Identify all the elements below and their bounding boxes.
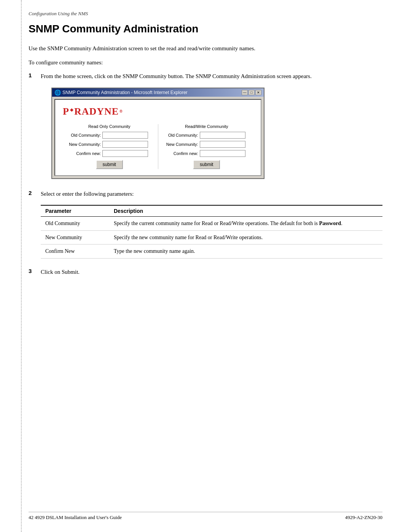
password-bold: Password — [319, 220, 341, 226]
page-footer: 42 4929 DSLAM Installation and User's Gu… — [29, 512, 382, 521]
read-write-new-input[interactable] — [200, 141, 245, 148]
read-write-old-community-row: Old Community: — [164, 132, 250, 139]
step-1-number: 1 — [29, 72, 36, 81]
read-write-confirm-input[interactable] — [200, 150, 245, 157]
read-only-submit-button[interactable]: submit — [96, 160, 123, 169]
page-title: SNMP Community Administration — [29, 23, 382, 35]
read-write-submit-row: submit — [164, 160, 250, 169]
form-divider — [158, 124, 158, 169]
read-only-confirm-label: Confirm new: — [67, 151, 101, 156]
read-write-new-community-row: New Community: — [164, 141, 250, 148]
browser-content: P ◆ RADYNE ® Read Only Community Old Com… — [54, 99, 261, 176]
read-only-old-label: Old Community: — [67, 133, 101, 137]
read-only-title: Read Only Community — [67, 124, 152, 129]
intro-para1: Use the SNMP Community Administration sc… — [29, 44, 382, 53]
step-3-text: Click on Submit. — [41, 268, 382, 276]
read-only-new-input[interactable] — [102, 141, 148, 148]
col-param-header: Parameter — [41, 205, 109, 217]
page-container: Configuration Using the NMS SNMP Communi… — [0, 0, 411, 532]
minimize-button[interactable]: — — [242, 90, 248, 95]
read-only-new-label: New Community: — [67, 142, 101, 147]
intro-para2: To configure community names: — [29, 58, 382, 67]
step-2-number: 2 — [29, 190, 36, 198]
close-button[interactable]: ✕ — [255, 90, 261, 95]
read-write-title: Read/Write Community — [164, 124, 250, 129]
col-desc-header: Description — [109, 205, 382, 217]
table-row: New Community Specify the new community … — [41, 230, 382, 244]
params-table: Parameter Description Old Community Spec… — [41, 205, 382, 259]
step-1-text: From the home screen, click on the SNMP … — [41, 72, 382, 81]
param-confirm-new: Confirm New — [41, 244, 109, 259]
browser-window: 🌐 SNMP Community Administration - Micros… — [51, 88, 264, 179]
table-row: Confirm New Type the new community name … — [41, 244, 382, 259]
content-area: SNMP Community Administration Use the SN… — [29, 0, 382, 276]
paradyne-logo-text: P — [63, 106, 69, 117]
logo-diamond: ◆ — [70, 107, 73, 112]
read-write-section: Read/Write Community Old Community: New … — [160, 124, 253, 169]
read-only-old-community-row: Old Community: — [67, 132, 152, 139]
paradyne-logo-text2: RADYNE — [74, 106, 119, 117]
footer-left: 42 4929 DSLAM Installation and User's Gu… — [29, 514, 122, 521]
read-only-section: Read Only Community Old Community: New C… — [63, 124, 156, 169]
table-row: Old Community Specify the current commun… — [41, 217, 382, 231]
browser-icon: 🌐 — [54, 89, 61, 96]
logo-trademark: ® — [119, 109, 123, 113]
browser-titlebar: 🌐 SNMP Community Administration - Micros… — [52, 88, 264, 97]
step-1: 1 From the home screen, click on the SNM… — [29, 72, 382, 81]
desc-confirm-new: Type the new community name again. — [109, 244, 382, 259]
titlebar-buttons: — □ ✕ — [242, 90, 261, 95]
read-write-old-label: Old Community: — [164, 133, 198, 137]
read-write-submit-button[interactable]: submit — [193, 160, 220, 169]
desc-new-community: Specify the new community name for Read … — [109, 230, 382, 244]
read-only-confirm-row: Confirm new: — [67, 150, 152, 157]
param-new-community: New Community — [41, 230, 109, 244]
read-write-confirm-row: Confirm new: — [164, 150, 250, 157]
step-2: 2 Select or enter the following paramete… — [29, 190, 382, 198]
left-border-decoration — [21, 0, 22, 532]
table-container: Parameter Description Old Community Spec… — [41, 205, 382, 259]
read-only-new-community-row: New Community: — [67, 141, 152, 148]
read-only-confirm-input[interactable] — [102, 150, 148, 157]
read-write-old-input[interactable] — [200, 132, 245, 139]
paradyne-logo: P ◆ RADYNE ® — [63, 106, 253, 117]
browser-titlebar-left: 🌐 SNMP Community Administration - Micros… — [54, 89, 188, 96]
read-write-confirm-label: Confirm new: — [164, 151, 198, 156]
read-write-new-label: New Community: — [164, 142, 198, 147]
step-3: 3 Click on Submit. — [29, 268, 382, 276]
step-2-text: Select or enter the following parameters… — [41, 190, 382, 198]
header-italic-label: Configuration Using the NMS — [29, 11, 88, 17]
browser-title: SNMP Community Administration - Microsof… — [62, 90, 188, 95]
param-old-community: Old Community — [41, 217, 109, 231]
snmp-form-area: Read Only Community Old Community: New C… — [63, 124, 253, 169]
footer-right: 4929-A2-ZN20-30 — [345, 514, 382, 521]
desc-old-community: Specify the current community name for R… — [109, 217, 382, 231]
read-only-submit-row: submit — [67, 160, 152, 169]
restore-button[interactable]: □ — [249, 90, 255, 95]
table-header-row: Parameter Description — [41, 205, 382, 217]
step-3-number: 3 — [29, 268, 36, 276]
read-only-old-input[interactable] — [102, 132, 148, 139]
